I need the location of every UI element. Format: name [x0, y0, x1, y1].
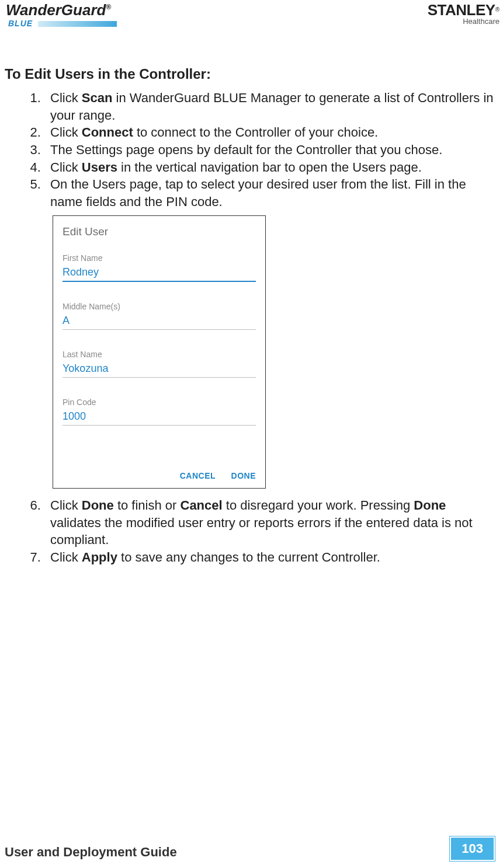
- footer-guide-title: User and Deployment Guide: [5, 845, 177, 859]
- registered-mark: ®: [106, 3, 111, 11]
- page-header: WanderGuard® BLUE STANLEY® Healthcare: [0, 0, 503, 37]
- page-number-badge: 103: [450, 836, 495, 861]
- pin-code-field[interactable]: 1000: [63, 410, 256, 426]
- first-name-field[interactable]: Rodney: [63, 266, 256, 282]
- page-content: To Edit Users in the Controller: Click S…: [0, 37, 503, 566]
- section-title: To Edit Users in the Controller:: [5, 66, 496, 82]
- step-6: Click Done to finish or Cancel to disreg…: [44, 497, 494, 549]
- middle-name-field[interactable]: A: [63, 315, 256, 330]
- stanley-logo: STANLEY® Healthcare: [428, 1, 499, 26]
- page-footer: User and Deployment Guide 103: [5, 845, 498, 860]
- step-2: Click Connect to connect to the Controll…: [44, 124, 494, 141]
- step-5: On the Users page, tap to select your de…: [44, 176, 494, 210]
- wanderguard-blue-subtext: BLUE: [8, 19, 33, 28]
- dialog-title: Edit User: [63, 225, 256, 238]
- stanley-text: STANLEY: [428, 1, 495, 19]
- registered-mark: ®: [495, 6, 499, 13]
- done-button[interactable]: DONE: [231, 471, 256, 480]
- instruction-list: Click Scan in WanderGuard BLUE Manager t…: [22, 89, 496, 211]
- edit-user-dialog: Edit User First Name Rodney Middle Name(…: [53, 215, 266, 489]
- last-name-label: Last Name: [63, 350, 256, 359]
- step-4: Click Users in the vertical navigation b…: [44, 159, 494, 176]
- step-1: Click Scan in WanderGuard BLUE Manager t…: [44, 89, 494, 124]
- middle-name-label: Middle Name(s): [63, 302, 256, 311]
- last-name-field[interactable]: Yokozuna: [63, 362, 256, 378]
- instruction-list-cont: Click Done to finish or Cancel to disreg…: [22, 497, 496, 566]
- step-7: Click Apply to save any changes to the c…: [44, 549, 494, 566]
- cancel-button[interactable]: CANCEL: [180, 471, 216, 480]
- pin-code-label: Pin Code: [63, 398, 256, 407]
- step-3: The Settings page opens by default for t…: [44, 141, 494, 159]
- logo-gradient-bar: [38, 21, 117, 27]
- wanderguard-logo: WanderGuard®: [6, 2, 111, 18]
- logo-text: WanderGuard: [6, 1, 106, 19]
- first-name-label: First Name: [63, 253, 256, 263]
